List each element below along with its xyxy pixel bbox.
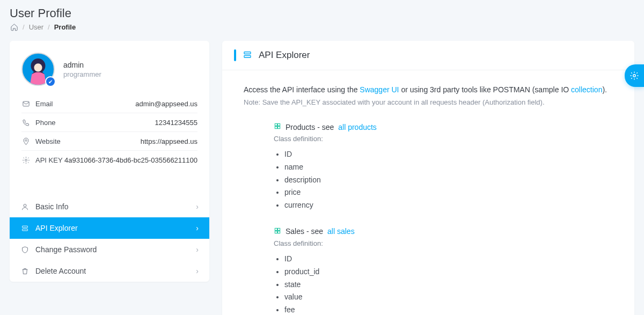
profile-header: admin programmer (10, 41, 209, 94)
phone-icon (21, 118, 30, 127)
svg-rect-1 (23, 101, 28, 106)
svg-rect-14 (278, 228, 280, 230)
tab-delete-account[interactable]: Delete Account › (10, 260, 209, 282)
list-item: ID (284, 148, 613, 161)
tab-api-explorer[interactable]: API Explorer › (10, 217, 209, 239)
tab-list: Basic Info › API Explorer › (10, 196, 209, 282)
profile-name: admin (63, 61, 101, 69)
info-row-email: Email admin@appseed.us (21, 94, 197, 113)
breadcrumb-current: Profile (54, 23, 76, 31)
website-label: Website (35, 137, 61, 145)
breadcrumb: / User / Profile (10, 23, 634, 31)
tab-basic-info[interactable]: Basic Info › (10, 196, 209, 217)
svg-rect-8 (244, 55, 251, 57)
list-item: name (284, 161, 613, 174)
svg-rect-10 (278, 123, 280, 126)
location-icon (21, 137, 30, 145)
panel-header: API Explorer (222, 41, 634, 70)
svg-point-4 (24, 204, 26, 207)
api-note: Note: Save the API_KEY associated with y… (244, 98, 613, 106)
svg-rect-15 (275, 231, 277, 233)
apikey-value: 4a931066-3736-4bd6-bc25-035566211100 (64, 156, 197, 164)
breadcrumb-separator: / (23, 23, 25, 31)
phone-label: Phone (35, 119, 56, 127)
accent-bar (234, 49, 236, 61)
chevron-right-icon: › (196, 267, 199, 275)
verified-badge-icon (45, 76, 56, 87)
sales-fields: ID product_id state value fee currency c… (274, 253, 613, 315)
phone-value: 12341234555 (155, 119, 197, 127)
shield-icon (20, 245, 29, 254)
tab-label: Delete Account (35, 267, 86, 275)
tab-label: Basic Info (35, 202, 68, 211)
svg-rect-11 (275, 127, 277, 129)
info-row-website: Website https://appseed.us (21, 132, 197, 151)
list-item: fee (284, 304, 613, 315)
info-row-phone: Phone 12341234555 (21, 113, 197, 132)
sales-label: Sales - see (286, 227, 323, 236)
chevron-right-icon: › (196, 224, 199, 232)
svg-point-3 (25, 159, 27, 161)
list-item: value (284, 291, 613, 304)
all-sales-link[interactable]: all sales (327, 227, 355, 236)
apikey-label: API KEY (35, 156, 63, 164)
server-icon (20, 224, 29, 232)
svg-rect-6 (22, 229, 27, 230)
products-label: Products - see (286, 123, 334, 131)
svg-rect-13 (275, 228, 277, 230)
class-definition-label: Class definition: (274, 239, 613, 247)
svg-rect-16 (278, 231, 280, 233)
user-icon (20, 202, 29, 211)
collection-link[interactable]: collection (571, 85, 602, 94)
list-item: ID (284, 253, 613, 266)
info-row-apikey: API KEY 4a931066-3736-4bd6-bc25-03556621… (21, 151, 197, 169)
list-item: currency (284, 199, 613, 212)
svg-point-0 (34, 63, 42, 71)
email-label: Email (35, 100, 53, 108)
svg-rect-12 (278, 127, 280, 129)
server-icon (243, 50, 252, 61)
tab-label: Change Password (35, 245, 97, 254)
list-item: product_id (284, 266, 613, 279)
home-icon[interactable] (10, 23, 18, 31)
svg-rect-5 (22, 226, 27, 228)
svg-point-2 (25, 140, 26, 141)
settings-floater-button[interactable] (625, 64, 644, 87)
sales-section: Sales - see all sales Class definition: … (244, 227, 613, 315)
mail-icon (21, 99, 30, 108)
chevron-right-icon: › (196, 202, 199, 211)
tab-change-password[interactable]: Change Password › (10, 239, 209, 260)
trash-icon (20, 267, 29, 275)
svg-point-17 (633, 75, 636, 77)
website-value: https://appseed.us (141, 137, 197, 145)
chevron-right-icon: › (196, 245, 199, 254)
breadcrumb-separator: / (48, 23, 50, 31)
email-value: admin@appseed.us (135, 100, 197, 108)
gear-icon (630, 71, 639, 80)
list-item: price (284, 186, 613, 199)
svg-rect-9 (275, 123, 277, 126)
list-item: description (284, 174, 613, 187)
products-fields: ID name description price currency (274, 148, 613, 212)
breadcrumb-user[interactable]: User (29, 23, 43, 31)
svg-rect-7 (244, 52, 251, 54)
panel-title: API Explorer (259, 50, 310, 61)
page-title: User Profile (10, 6, 634, 20)
class-definition-label: Class definition: (274, 135, 613, 143)
key-icon (21, 156, 30, 164)
products-section: Products - see all products Class defini… (244, 122, 613, 212)
swagger-link[interactable]: Swagger UI (360, 85, 399, 94)
api-intro: Access the API interface using the Swagg… (244, 85, 613, 94)
grid-icon (274, 227, 281, 236)
profile-role: programmer (63, 70, 101, 78)
grid-icon (274, 122, 281, 131)
tab-label: API Explorer (35, 224, 78, 232)
all-products-link[interactable]: all products (338, 123, 377, 131)
list-item: state (284, 279, 613, 291)
